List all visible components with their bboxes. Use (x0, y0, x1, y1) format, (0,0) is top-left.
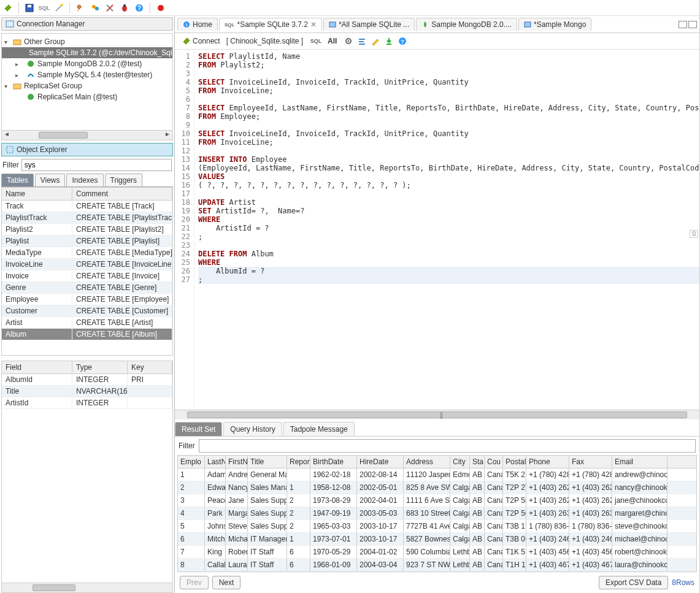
tree-connection[interactable]: ▸Sample MySQL 5.4 (tester@tester) (2, 69, 172, 80)
fields-list[interactable]: FieldTypeKeyAlbumIdINTEGERPRITitleNVARCH… (1, 361, 173, 593)
result-row[interactable]: 3PeacockJaneSales Support Agent21973-08-… (178, 494, 696, 507)
svg-point-4 (92, 5, 96, 9)
download-icon[interactable] (383, 36, 394, 47)
export-csv-button[interactable]: Export CSV Data (599, 576, 668, 589)
obj-filter-input[interactable] (21, 159, 172, 171)
tree-group[interactable]: ▾Other Group (2, 36, 172, 47)
table-row[interactable]: PlaylistCREATE TABLE [Playlist] (2, 235, 172, 247)
table-row[interactable]: InvoiceCREATE TABLE [Invoice] (2, 270, 172, 282)
tools-icon[interactable] (104, 2, 115, 13)
editor-tab[interactable]: SQL*Sample SQLite 3.7.2✕ (219, 18, 322, 31)
help-icon-2[interactable]: ? (397, 36, 408, 47)
field-row[interactable]: TitleNVARCHAR(160) (2, 386, 172, 397)
connection-manager-title: Connection Manager (1, 17, 173, 31)
results-tabs: Result SetQuery HistoryTadpole Message (175, 422, 699, 437)
table-row[interactable]: EmployeeCREATE TABLE [Employee] (2, 294, 172, 305)
editor-tab[interactable]: *All Sample SQLite ... (323, 18, 415, 31)
results-filter-input[interactable] (199, 439, 696, 453)
svg-line-2 (56, 5, 62, 11)
magic-icon[interactable] (53, 2, 64, 13)
sql-editor[interactable]: SELECT PlaylistId, NameFROM Playlist2; S… (194, 50, 699, 410)
table-row[interactable]: ArtistCREATE TABLE [Artist] (2, 317, 172, 329)
svg-text:?: ? (401, 39, 405, 45)
result-row[interactable]: 8CallahanLauraIT Staff61968-01-092004-03… (178, 559, 696, 572)
record-icon[interactable] (155, 2, 166, 13)
table-row[interactable]: Playlist2CREATE TABLE [Playlist2] (2, 224, 172, 235)
svg-point-5 (95, 7, 99, 10)
obj-tab-tables[interactable]: Tables (1, 174, 34, 186)
tree-connection[interactable]: ReplicaSet Main (@test) (2, 91, 172, 102)
table-row[interactable]: InvoiceLineCREATE TABLE [InvoiceLine] (2, 259, 172, 270)
svg-rect-23 (525, 22, 531, 27)
table-row[interactable]: AlbumCREATE TABLE [Album] (2, 329, 172, 340)
result-row[interactable]: 5JohnsonSteveSales Support Agent21965-03… (178, 520, 696, 533)
pencil-icon[interactable] (370, 36, 381, 47)
editor-tab[interactable]: Sample MongoDB 2.0.... (416, 18, 517, 31)
svg-rect-13 (6, 21, 13, 27)
svg-rect-19 (7, 147, 13, 153)
obj-tab-triggers[interactable]: Triggers (105, 174, 143, 186)
row-count-link[interactable]: 8Rows (672, 578, 694, 587)
editor-tab[interactable]: *Sample Mongo (518, 18, 591, 31)
plug-icon[interactable] (2, 2, 13, 13)
field-row[interactable]: AlbumIdINTEGERPRI (2, 374, 172, 386)
connect-button[interactable]: Connect (179, 36, 224, 47)
connected-filename: [ Chinook_Sqlite.sqlite ] (226, 37, 303, 45)
obj-tab-indexes[interactable]: Indexes (66, 174, 103, 186)
svg-rect-14 (13, 40, 21, 45)
explorer-icon (6, 145, 14, 154)
result-row[interactable]: 7KingRobertIT Staff61970-05-292004-01-02… (178, 546, 696, 559)
run-all-button[interactable]: All (324, 36, 340, 47)
table-row[interactable]: GenreCREATE TABLE [Genre] (2, 282, 172, 294)
svg-point-16 (28, 61, 34, 67)
tree-connection[interactable]: ▸Sample MongoDB 2.0.2 (@test) (2, 58, 172, 69)
editor-tabs: iHomeSQL*Sample SQLite 3.7.2✕*All Sample… (175, 16, 699, 33)
table-row[interactable]: MediaTypeCREATE TABLE [MediaType] (2, 247, 172, 259)
users-icon[interactable] (90, 2, 101, 13)
next-button[interactable]: Next (212, 576, 241, 589)
result-row[interactable]: 4ParkMargaretSales Support Agent21947-09… (178, 507, 696, 520)
help-icon[interactable]: ? (134, 2, 145, 13)
svg-point-25 (348, 40, 350, 42)
result-row[interactable]: 2EdwardsNancySales Manager11958-12-08200… (178, 481, 696, 494)
result-row[interactable]: 6MitchellMichaelIT Manager11973-07-01200… (178, 533, 696, 546)
svg-point-3 (61, 4, 63, 6)
object-tabs: TablesViewsIndexesTriggers (1, 174, 173, 187)
editor-hscroll[interactable]: ║ (175, 410, 699, 419)
line-gutter: 1234567891011121314151617181920212223242… (175, 50, 194, 410)
prev-button[interactable]: Prev (180, 576, 209, 589)
results-filter-label: Filter (179, 442, 195, 450)
table-row[interactable]: PlaylistTrackCREATE TABLE [PlaylistTrack… (2, 212, 172, 224)
result-grid[interactable]: EmploLastNFirstNTitleReporBirthDateHireD… (177, 455, 697, 572)
run-sql-icon[interactable]: SQL (310, 36, 321, 47)
editor-toolbar: Connect [ Chinook_Sqlite.sqlite ] SQL Al… (175, 33, 699, 50)
table-row[interactable]: CustomerCREATE TABLE [Customer] (2, 305, 172, 317)
window-controls[interactable] (679, 21, 697, 28)
results-tab[interactable]: Result Set (175, 422, 222, 436)
svg-point-12 (158, 5, 164, 11)
sql-icon[interactable]: SQL (39, 2, 50, 13)
bug-icon[interactable] (119, 2, 130, 13)
svg-rect-17 (13, 84, 21, 89)
wrench-icon[interactable] (75, 2, 86, 13)
object-explorer-label: Object Explorer (17, 145, 67, 154)
connection-tree[interactable]: ▾Other GroupSample SQLite 3.7.2 (@c:/dev… (1, 33, 173, 140)
tables-list[interactable]: NameCommentTrackCREATE TABLE [Track]Play… (1, 187, 173, 356)
obj-tab-views[interactable]: Views (35, 174, 66, 186)
table-row[interactable]: TrackCREATE TABLE [Track] (2, 201, 172, 212)
tree-hscroll[interactable]: ◄► (2, 130, 172, 140)
tree-connection[interactable]: Sample SQLite 3.7.2 (@c:/dev/Chinook_Sql… (2, 47, 172, 58)
format-icon[interactable] (356, 36, 367, 47)
tree-group[interactable]: ▾ReplicaSet Group (2, 80, 172, 91)
gear-icon[interactable] (343, 36, 354, 47)
editor-tab[interactable]: iHome (177, 18, 218, 31)
results-tab[interactable]: Query History (223, 422, 282, 436)
panel-icon (6, 20, 14, 28)
result-row[interactable]: 1AdamsAndrewGeneral Manager1962-02-18200… (178, 469, 696, 481)
field-row[interactable]: ArtistIdINTEGER (2, 397, 172, 409)
save-icon[interactable] (24, 2, 35, 13)
close-icon[interactable]: ✕ (310, 20, 317, 29)
results-tab[interactable]: Tadpole Message (283, 422, 355, 436)
obj-filter-label: Filter (2, 161, 19, 169)
object-explorer-title: Object Explorer (1, 143, 173, 156)
